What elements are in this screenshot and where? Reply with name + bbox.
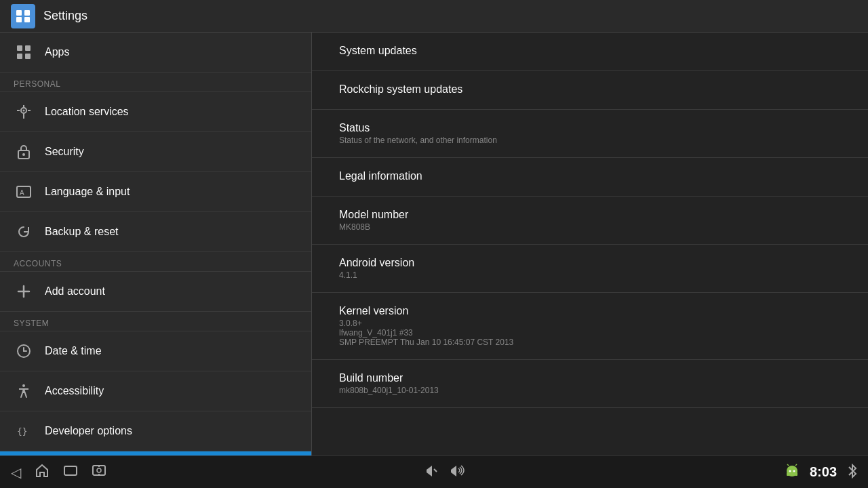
sidebar-item-backup[interactable]: Backup & reset (0, 212, 311, 252)
main-content: Apps PERSONAL Location services (0, 33, 868, 455)
taskbar-center-area (106, 463, 785, 482)
svg-line-40 (787, 464, 789, 466)
right-item-model[interactable]: Model number MK808B (312, 197, 868, 245)
taskbar-status-area: 8:03 (785, 463, 857, 481)
apps-icon (14, 42, 34, 62)
title-bar: Settings (0, 0, 868, 33)
right-item-system-updates[interactable]: System updates (312, 33, 868, 71)
model-subtitle: MK808B (339, 222, 841, 232)
svg-rect-3 (24, 17, 30, 22)
build-subtitle: mk808b_400j1_10-01-2013 (339, 386, 841, 395)
sidebar-item-language[interactable]: A Language & input (0, 172, 311, 212)
rockchip-updates-title: Rockchip system updates (339, 83, 841, 96)
vol-up-button[interactable] (451, 463, 467, 482)
svg-rect-0 (16, 10, 22, 16)
clock-display: 8:03 (810, 464, 837, 480)
screenshot-button[interactable] (92, 463, 106, 482)
backup-label: Backup & reset (45, 226, 119, 238)
svg-rect-2 (16, 17, 22, 22)
right-item-rockchip-updates[interactable]: Rockchip system updates (312, 71, 868, 110)
addaccount-icon (14, 281, 34, 302)
sidebar-item-apps[interactable]: Apps (0, 33, 311, 73)
svg-rect-29 (64, 466, 77, 475)
right-item-status[interactable]: Status Status of the network, and other … (312, 110, 868, 158)
svg-text:{}: {} (17, 426, 28, 436)
svg-marker-36 (451, 466, 456, 476)
right-item-build[interactable]: Build number mk808b_400j1_10-01-2013 (312, 360, 868, 408)
vol-down-button[interactable] (424, 463, 440, 482)
page-title: Settings (43, 9, 87, 23)
svg-rect-5 (25, 45, 31, 51)
right-item-kernel[interactable]: Kernel version 3.0.8+ lfwang_V_401j1 #33… (312, 293, 868, 360)
recent-apps-button[interactable] (63, 463, 78, 482)
sidebar-item-accessibility[interactable]: Accessibility (0, 371, 311, 411)
settings-icon (11, 4, 35, 28)
svg-rect-44 (789, 472, 795, 476)
location-icon (14, 102, 34, 122)
svg-marker-34 (427, 466, 432, 476)
right-panel: System updates Rockchip system updates S… (312, 33, 868, 455)
home-button[interactable] (35, 463, 50, 482)
svg-rect-1 (24, 10, 30, 16)
kernel-title: Kernel version (339, 305, 841, 317)
svg-line-35 (434, 469, 437, 472)
svg-point-31 (97, 468, 101, 472)
kernel-subtitle: 3.0.8+ lfwang_V_401j1 #33 SMP PREEMPT Th… (339, 319, 841, 347)
right-item-android-version[interactable]: Android version 4.1.1 (312, 245, 868, 293)
accessibility-label: Accessibility (45, 385, 104, 397)
legal-title: Legal information (339, 170, 841, 182)
sidebar-item-developer[interactable]: {} Developer options (0, 411, 311, 451)
svg-rect-42 (787, 472, 789, 476)
backup-icon (14, 222, 34, 242)
datetime-icon (14, 341, 34, 361)
sidebar: Apps PERSONAL Location services (0, 33, 312, 455)
taskbar: ◁ (0, 455, 868, 488)
language-label: Language & input (45, 186, 130, 198)
system-updates-title: System updates (339, 45, 841, 57)
section-header-accounts: ACCOUNTS (0, 252, 311, 272)
bluetooth-icon (848, 464, 857, 481)
developer-label: Developer options (45, 425, 132, 437)
apps-label: Apps (45, 46, 69, 58)
sidebar-item-location[interactable]: Location services (0, 92, 311, 132)
svg-rect-43 (795, 472, 797, 476)
status-title: Status (339, 122, 841, 134)
svg-point-15 (22, 153, 25, 156)
security-label: Security (45, 146, 84, 158)
svg-rect-6 (17, 54, 22, 59)
svg-point-23 (22, 384, 25, 387)
build-title: Build number (339, 372, 841, 384)
svg-text:A: A (20, 189, 24, 197)
svg-point-39 (793, 470, 795, 472)
developer-icon: {} (14, 421, 34, 441)
svg-point-38 (789, 470, 791, 472)
status-subtitle: Status of the network, and other informa… (339, 136, 841, 145)
svg-rect-4 (17, 45, 22, 51)
svg-point-9 (23, 110, 25, 112)
accessibility-icon (14, 381, 34, 401)
svg-rect-30 (93, 466, 105, 475)
svg-line-41 (795, 464, 797, 466)
security-icon (14, 142, 34, 162)
location-label: Location services (45, 106, 129, 118)
taskbar-nav: ◁ (11, 463, 106, 482)
android-icon (785, 463, 799, 481)
section-header-system: SYSTEM (0, 312, 311, 331)
svg-rect-7 (25, 54, 31, 59)
addaccount-label: Add account (45, 285, 105, 298)
android-version-subtitle: 4.1.1 (339, 270, 841, 280)
datetime-label: Date & time (45, 345, 102, 357)
android-version-title: Android version (339, 257, 841, 269)
section-header-personal: PERSONAL (0, 73, 311, 92)
right-item-legal[interactable]: Legal information (312, 158, 868, 197)
model-title: Model number (339, 209, 841, 221)
sidebar-item-security[interactable]: Security (0, 132, 311, 172)
sidebar-item-addaccount[interactable]: Add account (0, 272, 311, 312)
language-icon: A (14, 182, 34, 202)
back-button[interactable]: ◁ (11, 464, 21, 481)
sidebar-item-datetime[interactable]: Date & time (0, 331, 311, 371)
